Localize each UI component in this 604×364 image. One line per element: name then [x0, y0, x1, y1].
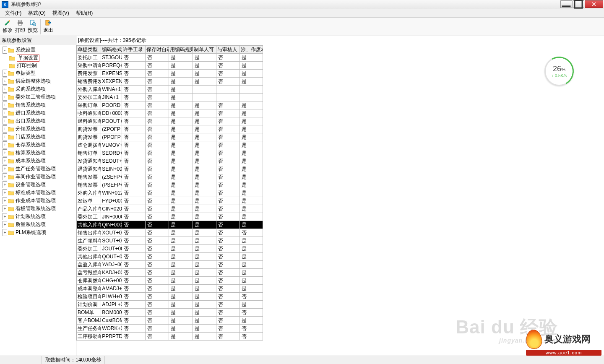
table-row[interactable]: 销售发票(PSEFP+018否否是是否是: [77, 181, 263, 189]
toolbar-exit-button[interactable]: 退出: [42, 18, 54, 35]
table-row[interactable]: 产品入库单CIN+02049否否是是否是: [77, 205, 263, 213]
table-row[interactable]: 销售费用发XEXPENSE+否否是是否是: [77, 78, 263, 86]
toolbar-edit-button[interactable]: 修改: [2, 18, 13, 35]
tree-node-23[interactable]: +PLM系统选项: [0, 229, 76, 237]
table-wrap[interactable]: 单据类型编码格式许手工录保存时自动用编码规则制单人可与审核人涂、作废本 委托加工…: [76, 45, 604, 356]
table-row[interactable]: 盘亏毁损单KADJ+0000否否是是否是: [77, 269, 263, 277]
tree-node-8[interactable]: +进口系统选项: [0, 109, 76, 117]
table-row[interactable]: 虚仓调拨单VLMOV+000否否是是否是: [77, 141, 263, 149]
expand-icon[interactable]: +: [3, 197, 7, 204]
tree-node-19[interactable]: +作业成本管理选项: [0, 197, 76, 205]
table-row[interactable]: 成本调整单AMADJ+000否否是是否是: [77, 285, 263, 293]
table-row[interactable]: 其他入库单QIN+00004否否是是否是: [77, 221, 263, 229]
table-row[interactable]: 委托加工STJGOUT+0否否是是否是: [77, 54, 263, 62]
close-button[interactable]: [585, 0, 603, 8]
table-row[interactable]: 销售出库单XOUT+0165否否是是否否: [77, 229, 263, 237]
table-row[interactable]: 生产任务单WORK+0001否否是是否否: [77, 325, 263, 333]
tree-node-20[interactable]: +看板管理系统选项: [0, 205, 76, 213]
minimize-button[interactable]: [560, 0, 572, 8]
tree-node-13[interactable]: +核算系统选项: [0, 149, 76, 157]
table-row[interactable]: 客户BOM单CustBOM+0否否是是否是: [77, 317, 263, 325]
col-header-4[interactable]: 用编码规则: [169, 46, 193, 54]
table-row[interactable]: 盘盈入库单YADJ+0000否否是是否是: [77, 261, 263, 269]
table-row[interactable]: 其他出库单QOUT+0000否否是是否是: [77, 253, 263, 261]
expand-icon[interactable]: +: [3, 189, 7, 196]
tree-node-6[interactable]: +委外加工管理选项: [0, 93, 76, 101]
expand-icon[interactable]: +: [3, 117, 7, 125]
expand-icon[interactable]: +: [3, 221, 7, 228]
table-row[interactable]: 外购入库单WINA+1否否是: [77, 86, 263, 94]
expand-icon[interactable]: +: [3, 173, 7, 180]
table-row[interactable]: 购货发票(ZPOFP+000否否是是否是: [77, 125, 263, 133]
expand-icon[interactable]: +: [3, 181, 7, 188]
col-header-1[interactable]: 编码格式: [101, 46, 122, 54]
table-row[interactable]: 退货通知单SEIN+0000否否是是否是: [77, 165, 263, 173]
col-header-5[interactable]: 制单人可: [193, 46, 216, 54]
table-row[interactable]: 退料通知单POOUT+000否否是是否是: [77, 117, 263, 125]
table-row[interactable]: 计划价调ADJPL+000否否是是否是: [77, 301, 263, 309]
tree-node-10[interactable]: +分销系统选项: [0, 125, 76, 133]
table-row[interactable]: 购货发票(PPOFP+003否否是是否是: [77, 133, 263, 141]
table-row[interactable]: 外购入库单WIN+01237否否是是否是: [77, 189, 263, 197]
tree-node-3[interactable]: +单据类型: [0, 69, 76, 77]
expand-icon[interactable]: +: [3, 149, 7, 156]
maximize-button[interactable]: [573, 0, 584, 8]
expand-icon[interactable]: -: [3, 47, 7, 54]
table-row[interactable]: 生产领料单SOUT+0392否否是是否是: [77, 237, 263, 245]
table-row[interactable]: 费用发票EXPENSE+0否否是是否是: [77, 70, 263, 78]
menu-item-0[interactable]: 文件(F): [2, 9, 25, 18]
tree-node-9[interactable]: +出口系统选项: [0, 117, 76, 125]
table-row[interactable]: BOM单BOM000008否否是是否否: [77, 309, 263, 317]
tree-node-5[interactable]: +采购系统选项: [0, 85, 76, 93]
table-row[interactable]: 委外加工JIN+00000否否是是否是: [77, 213, 263, 221]
table-row[interactable]: 工序移动单PPRPTD+00否否是是否否: [77, 333, 263, 341]
expand-icon[interactable]: +: [3, 125, 7, 133]
table-row[interactable]: 采购订单POORD+001否否是是否是: [77, 101, 263, 109]
table-row[interactable]: 发运单FYD+00000否否是是否是: [77, 197, 263, 205]
tree-node-14[interactable]: +成本系统选项: [0, 157, 76, 165]
toolbar-print-button[interactable]: 打印: [14, 18, 26, 35]
tree-node-12[interactable]: +仓存系统选项: [0, 141, 76, 149]
tree-node-2[interactable]: 打印控制: [0, 62, 76, 69]
tree-node-1[interactable]: 单据设置: [0, 54, 76, 62]
toolbar-preview-button[interactable]: 预览: [27, 18, 39, 35]
expand-icon[interactable]: +: [3, 70, 7, 77]
table-row[interactable]: 发货通知单SEOUT+000否否是是否是: [77, 157, 263, 165]
expand-icon[interactable]: +: [3, 86, 7, 93]
tree-node-11[interactable]: +门店系统选项: [0, 133, 76, 141]
table-row[interactable]: 委外加工单JINA+1否否是: [77, 94, 263, 101]
col-header-6[interactable]: 与审核人: [216, 46, 240, 54]
expand-icon[interactable]: +: [3, 78, 7, 85]
expand-icon[interactable]: +: [3, 157, 7, 164]
tree-node-0[interactable]: -系统设置: [0, 46, 76, 54]
tree-node-18[interactable]: +标准成本管理选项: [0, 189, 76, 197]
expand-icon[interactable]: +: [3, 94, 7, 101]
expand-icon[interactable]: +: [3, 101, 7, 109]
expand-icon[interactable]: +: [3, 205, 7, 212]
expand-icon[interactable]: +: [3, 229, 7, 236]
table-row[interactable]: 收料通知单DD+000001否否是是否是: [77, 109, 263, 117]
expand-icon[interactable]: +: [3, 213, 7, 220]
table-row[interactable]: 销售发票(ZSEFP+000否否是是否是: [77, 173, 263, 181]
menu-item-2[interactable]: 视图(V): [49, 9, 73, 18]
menu-item-3[interactable]: 帮助(H): [73, 9, 96, 18]
table-row[interactable]: 委外加工JOUT+0000否否是是否是: [77, 245, 263, 253]
expand-icon[interactable]: +: [3, 133, 7, 140]
col-header-3[interactable]: 保存时自动: [146, 46, 169, 54]
tree-node-15[interactable]: +生产任务管理选项: [0, 165, 76, 173]
tree-node-21[interactable]: +计划系统选项: [0, 213, 76, 221]
col-header-2[interactable]: 许手工录: [122, 46, 146, 54]
expand-icon[interactable]: +: [3, 141, 7, 148]
col-header-7[interactable]: 涂、作废本: [240, 46, 263, 54]
tree-node-22[interactable]: +质量系统选项: [0, 221, 76, 229]
table-row[interactable]: 销售订单SEORD+000否否是是否是: [77, 149, 263, 157]
menu-item-1[interactable]: 格式(O): [25, 9, 49, 18]
tree-node-7[interactable]: +销售系统选项: [0, 101, 76, 109]
table-row[interactable]: 采购申请单POREQ+000否否是是否是: [77, 62, 263, 70]
table-row[interactable]: 检验项目单PLWH+0000否否是是否否: [77, 293, 263, 301]
tree-node-16[interactable]: +车间作业管理选项: [0, 173, 76, 181]
tree-node-4[interactable]: +供应链整体选项: [0, 77, 76, 85]
expand-icon[interactable]: +: [3, 109, 7, 117]
table-row[interactable]: 仓库调拨单CHG+00003否否是是否是: [77, 277, 263, 285]
expand-icon[interactable]: +: [3, 165, 7, 172]
